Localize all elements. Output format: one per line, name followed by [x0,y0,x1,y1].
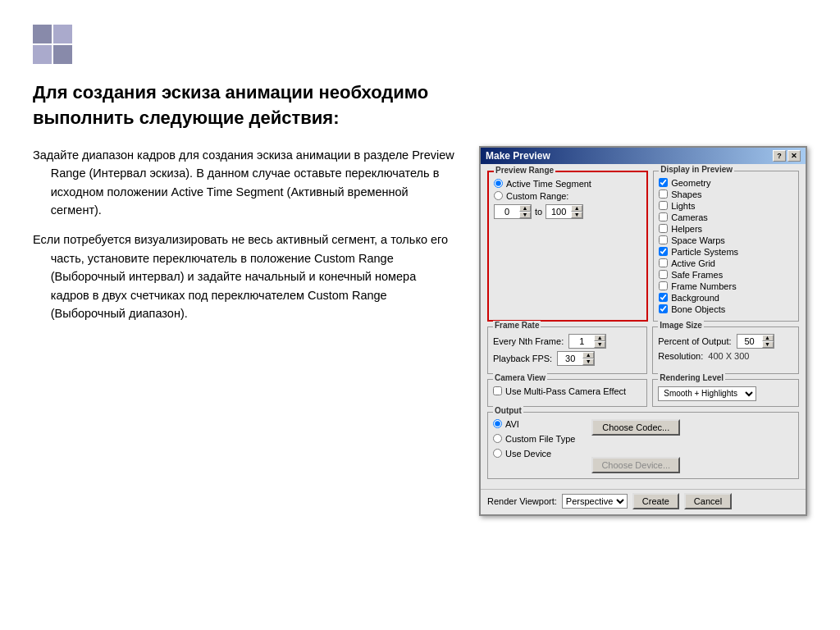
chk-active-grid[interactable]: Active Grid [659,258,793,268]
percent-spinner[interactable]: ▲ ▼ [737,334,774,349]
every-nth-spinner[interactable]: ▲ ▼ [568,334,606,349]
to-input[interactable]: 100 [546,206,571,217]
from-down-btn[interactable]: ▼ [519,212,531,218]
chk-space-warps-input[interactable] [659,235,668,244]
help-button[interactable]: ? [773,150,786,162]
group-preview-range: Preview Range Active Time Segment Custom… [487,171,648,322]
paragraph-1: Задайте диапазон кадров для создания эск… [33,146,454,220]
chk-lights[interactable]: Lights [659,201,793,211]
preview-range-content: Active Time Segment Custom Range: 0 ▲ [494,179,641,219]
group-rendering-level: Rendering Level Smooth + Highlights Smoo… [652,379,799,407]
chk-bone-objects-input[interactable] [659,304,668,313]
radio-active-time-label: Active Time Segment [506,179,591,189]
frame-rate-label: Frame Rate [493,321,541,330]
chk-frame-numbers-input[interactable] [659,281,668,290]
chk-particle-systems-input[interactable] [659,247,668,256]
close-button[interactable]: ✕ [788,150,801,162]
create-button[interactable]: Create [632,493,679,509]
frame-rate-content: Every Nth Frame: ▲ ▼ Playback FPS: [493,334,641,366]
group-display-preview: Display in Preview Geometry Shapes Light… [653,171,799,322]
every-nth-down[interactable]: ▼ [594,341,605,348]
radio-avi-input[interactable] [493,419,502,428]
deco-square-1 [33,25,52,43]
radio-custom-file-input[interactable] [493,434,502,443]
deco-square-2 [53,25,72,43]
playback-fps-down[interactable]: ▼ [582,358,594,365]
chk-geometry-input[interactable] [659,178,668,187]
chk-cameras[interactable]: Cameras [659,212,793,222]
preview-range-label: Preview Range [494,166,555,175]
chk-background[interactable]: Background [659,293,793,303]
to-up-btn[interactable]: ▲ [571,205,582,212]
chk-frame-numbers[interactable]: Frame Numbers [659,281,793,291]
chk-lights-input[interactable] [659,201,668,210]
chk-cameras-input[interactable] [659,212,668,221]
radio-use-device-input[interactable] [493,449,502,458]
chk-shapes[interactable]: Shapes [659,189,793,199]
heading-line2: выполнить следующие действия: [33,107,339,128]
rendering-level-select[interactable]: Smooth + Highlights Smooth Facets + High… [658,386,756,401]
chk-space-warps[interactable]: Space Warps [659,235,793,245]
to-spinner-btns: ▲ ▼ [571,205,582,218]
viewport-select[interactable]: Perspective Front Top Left [562,494,628,509]
to-down-btn[interactable]: ▼ [571,212,582,218]
radio-active-time-input[interactable] [494,179,503,188]
image-size-content: Percent of Output: ▲ ▼ Resolution: [658,334,793,361]
radio-use-device[interactable]: Use Device [493,449,575,459]
render-viewport-label: Render Viewport: [487,496,557,506]
output-radio-col: AVI Custom File Type Use Device [493,419,575,461]
chk-bone-objects[interactable]: Bone Objects [659,304,793,314]
playback-fps-input[interactable] [558,353,582,364]
choose-device-button[interactable]: Choose Device... [591,457,680,473]
camera-view-label: Camera View [493,373,547,382]
from-up-btn[interactable]: ▲ [519,205,531,212]
from-input[interactable]: 0 [495,206,519,217]
playback-fps-btns: ▲ ▼ [582,352,594,365]
chk-helpers[interactable]: Helpers [659,224,793,234]
playback-fps-label: Playback FPS: [493,354,552,363]
from-spinner[interactable]: 0 ▲ ▼ [494,204,532,219]
percent-up[interactable]: ▲ [762,335,774,341]
radio-avi-label: AVI [505,419,519,429]
radio-use-device-label: Use Device [505,449,551,459]
chk-shapes-input[interactable] [659,189,668,199]
percent-input[interactable] [737,336,762,347]
chk-background-input[interactable] [659,293,668,302]
percent-down[interactable]: ▼ [762,341,774,348]
radio-active-time[interactable]: Active Time Segment [494,179,641,189]
chk-geometry[interactable]: Geometry [659,178,793,188]
text-content: Задайте диапазон кадров для создания эск… [33,146,454,335]
chk-safe-frames-input[interactable] [659,270,668,279]
chk-multipass-input[interactable] [493,386,502,395]
radio-custom-range[interactable]: Custom Range: [494,191,641,201]
image-size-label: Image Size [658,321,704,330]
radio-avi[interactable]: AVI [493,419,575,429]
every-nth-input[interactable] [569,336,594,347]
radio-custom-file[interactable]: Custom File Type [493,434,575,444]
dialog-footer: Render Viewport: Perspective Front Top L… [481,489,806,514]
chk-active-grid-input[interactable] [659,258,668,267]
chk-particle-systems[interactable]: Particle Systems [659,247,793,257]
chk-safe-frames[interactable]: Safe Frames [659,270,793,280]
radio-custom-range-input[interactable] [494,191,503,200]
choose-codec-button[interactable]: Choose Codec... [591,419,680,436]
display-preview-content: Geometry Shapes Lights Cameras Helpers [659,178,793,314]
playback-fps-up[interactable]: ▲ [582,352,594,358]
every-nth-up[interactable]: ▲ [594,335,605,341]
cancel-button[interactable]: Cancel [684,493,732,509]
output-content: AVI Custom File Type Use Device Choose C… [493,419,793,473]
paragraph-2: Если потребуется визуализировать не весь… [33,231,454,322]
percent-btns: ▲ ▼ [762,335,774,348]
group-camera-view: Camera View Use Multi-Pass Camera Effect [487,379,647,407]
decoration [33,25,807,64]
chk-multipass-label: Use Multi-Pass Camera Effect [505,386,626,396]
playback-fps-spinner[interactable]: ▲ ▼ [557,351,595,366]
rendering-level-content: Smooth + Highlights Smooth Facets + High… [658,386,793,401]
to-spinner[interactable]: 100 ▲ ▼ [546,204,583,219]
group-output: Output AVI Custom File Type [487,412,799,479]
output-right-btns: Choose Codec... Choose Device... [591,419,680,473]
deco-square-3 [33,45,52,64]
chk-multipass[interactable]: Use Multi-Pass Camera Effect [493,386,641,396]
chk-helpers-input[interactable] [659,224,668,233]
display-preview-label: Display in Preview [659,165,734,174]
